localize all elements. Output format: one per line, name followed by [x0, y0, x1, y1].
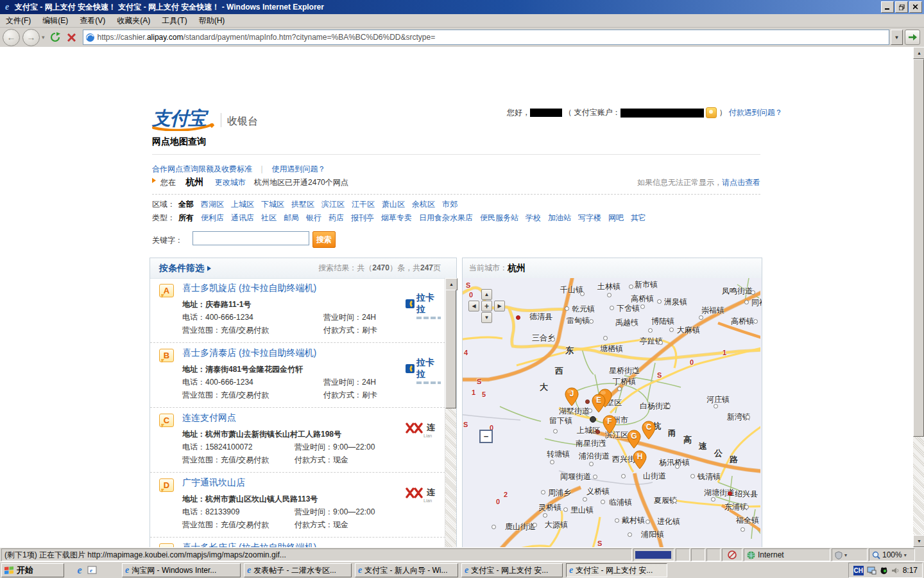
- type-filter-link[interactable]: 日用食杂水果店: [419, 213, 473, 223]
- usage-help-link[interactable]: 使用遇到问题？: [271, 164, 325, 173]
- map-town-dot: [628, 532, 632, 537]
- type-filter-link[interactable]: 邮局: [284, 213, 299, 223]
- menu-item[interactable]: 文件(F): [0, 14, 37, 28]
- quicklaunch-ie-icon[interactable]: e: [73, 564, 86, 577]
- volume-tray-icon[interactable]: [891, 566, 900, 575]
- filter-expand-icon[interactable]: [207, 266, 214, 271]
- forward-button[interactable]: →: [22, 29, 40, 46]
- region-filter-link[interactable]: 拱墅区: [291, 199, 314, 210]
- change-city-link[interactable]: 更改城市: [215, 178, 246, 187]
- go-button[interactable]: [905, 30, 920, 45]
- store-title-link[interactable]: 喜士多清泰店 (拉卡拉自助终端机): [182, 347, 316, 359]
- keyword-input[interactable]: [193, 231, 309, 245]
- notice-view-link[interactable]: 请点击查看: [722, 178, 760, 187]
- fee-standard-link[interactable]: 合作网点查询限额及收费标准: [152, 164, 252, 173]
- type-filter-link[interactable]: 社区: [261, 213, 277, 223]
- map-marker-G[interactable]: G: [627, 430, 641, 449]
- menu-item[interactable]: 帮助(H): [193, 14, 231, 28]
- map-canvas[interactable]: 千山镇土林镇新市镇凤鸣街道高桥镇洲泉镇同福乡乾元镇下舍镇崇福镇德清县雷甸镇禹越镇…: [463, 278, 762, 547]
- map-marker-C[interactable]: C: [642, 421, 656, 440]
- menu-item[interactable]: 工具(T): [156, 14, 193, 28]
- map-pan-left-button[interactable]: ◀: [468, 301, 479, 311]
- minimize-button[interactable]: [881, 1, 894, 13]
- region-filter-link[interactable]: 市郊: [442, 199, 458, 210]
- map-town-label: 杨汛桥镇: [659, 457, 690, 468]
- map-pan-down-button[interactable]: ▼: [481, 312, 492, 323]
- refresh-button[interactable]: [47, 30, 63, 45]
- type-filter-link[interactable]: 网吧: [608, 213, 624, 223]
- region-filter-link[interactable]: 余杭区: [412, 199, 435, 210]
- type-filter-link[interactable]: 便利店: [201, 213, 224, 223]
- stop-button[interactable]: [64, 30, 80, 45]
- menu-item[interactable]: 编辑(E): [37, 14, 74, 28]
- taskbar-task[interactable]: e淘宝网 - Windows Inter...: [122, 563, 241, 577]
- map-town-dot: [492, 525, 496, 529]
- menu-item[interactable]: 查看(V): [74, 14, 111, 28]
- menu-item[interactable]: 收藏夹(A): [111, 14, 156, 28]
- type-filter-link[interactable]: 药店: [329, 213, 344, 223]
- page-scroll-down-button[interactable]: ▼: [913, 535, 924, 547]
- type-filter-link[interactable]: 加油站: [548, 213, 571, 223]
- map-pan-right-button[interactable]: ▶: [494, 301, 505, 311]
- type-filter-link[interactable]: 写字楼: [578, 213, 601, 223]
- start-button[interactable]: 开始: [1, 563, 64, 577]
- map-marker-E[interactable]: E: [592, 394, 606, 413]
- map-marker-J[interactable]: J: [565, 387, 579, 407]
- type-all-selected[interactable]: 所有: [178, 213, 194, 223]
- region-all-selected[interactable]: 全部: [178, 199, 194, 210]
- region-filter-link[interactable]: 滨江区: [321, 199, 345, 210]
- page-scroll-up-button[interactable]: ▲: [913, 47, 924, 59]
- language-indicator[interactable]: CH: [853, 566, 864, 575]
- back-button[interactable]: ←: [3, 29, 20, 46]
- filter-header-link[interactable]: 按条件筛选: [159, 263, 204, 274]
- map-marker-F[interactable]: F: [603, 415, 617, 434]
- region-filter-link[interactable]: 江干区: [352, 199, 375, 210]
- page-scroll-thumb[interactable]: [913, 59, 924, 437]
- history-dropdown-icon[interactable]: ▾: [42, 34, 45, 40]
- region-filter-link[interactable]: 下城区: [261, 199, 284, 210]
- map-town-dot: [610, 306, 614, 310]
- account-label-close: ）: [719, 108, 726, 117]
- protected-mode-control[interactable]: ▾: [832, 548, 868, 561]
- taskbar-task[interactable]: e支付宝 - 新人向导 - Wi...: [355, 563, 458, 577]
- type-filter-link[interactable]: 学校: [526, 213, 541, 223]
- zoom-control[interactable]: 100% ▾: [869, 548, 915, 561]
- address-input[interactable]: https://cashier.alipay.com/standard/paym…: [83, 30, 889, 45]
- network-tray-icon[interactable]: [867, 566, 877, 575]
- map-zoom-in-button[interactable]: +: [481, 301, 492, 311]
- payment-help-link[interactable]: 付款遇到问题？: [729, 108, 783, 117]
- map-marker-H[interactable]: H: [633, 450, 647, 469]
- search-button[interactable]: 搜索: [312, 231, 336, 248]
- restore-button[interactable]: [895, 1, 908, 13]
- type-filter-link[interactable]: 银行: [306, 213, 321, 223]
- close-button[interactable]: [909, 1, 922, 13]
- info-links-row: 合作网点查询限额及收费标准 ｜ 使用遇到问题？: [152, 164, 325, 175]
- region-filter-link[interactable]: 萧山区: [382, 199, 405, 210]
- type-filter-link[interactable]: 烟草专卖: [381, 213, 412, 223]
- taskbar-task[interactable]: e支付宝 - 网上支付 安...: [566, 563, 667, 577]
- region-filter-link[interactable]: 上城区: [231, 199, 254, 210]
- list-scroll-up-button[interactable]: ▲: [445, 278, 458, 290]
- list-scroll-thumb[interactable]: [445, 290, 456, 408]
- store-title-link[interactable]: 广宇通讯坎山店: [182, 477, 245, 489]
- address-dropdown-button[interactable]: ▼: [891, 30, 903, 45]
- map-town-dot: [601, 500, 605, 504]
- type-filter-link[interactable]: 其它: [631, 213, 646, 223]
- map-town-label: 塘栖镇: [600, 344, 623, 355]
- antivirus-tray-icon[interactable]: [880, 566, 888, 575]
- type-filter-link[interactable]: 通讯店: [231, 213, 254, 223]
- region-filter-link[interactable]: 西湖区: [201, 199, 224, 210]
- store-title-link[interactable]: 喜士多长庆店 (拉卡拉自助终端机): [182, 542, 316, 547]
- page-scrollbar[interactable]: ▲ ▼: [913, 47, 924, 547]
- store-title-link[interactable]: 喜士多凯旋店 (拉卡拉自助终端机): [182, 283, 316, 294]
- quicklaunch-desktop-icon[interactable]: e: [86, 564, 99, 577]
- store-hours: 营业时间：24H: [323, 377, 376, 388]
- type-filter-link[interactable]: 便民服务站: [480, 213, 518, 223]
- type-filter-link[interactable]: 报刊亭: [351, 213, 374, 223]
- store-title-link[interactable]: 连连支付网点: [182, 412, 236, 424]
- map-zoom-out-button[interactable]: −: [479, 430, 493, 443]
- taskbar-task[interactable]: e支付宝 - 网上支付 安...: [461, 563, 563, 577]
- map-pan-up-button[interactable]: ▲: [481, 289, 492, 300]
- taskbar-task[interactable]: e发表帖子 - 二灌水专区...: [244, 563, 352, 577]
- list-scrollbar[interactable]: ▲ ▼: [445, 278, 456, 547]
